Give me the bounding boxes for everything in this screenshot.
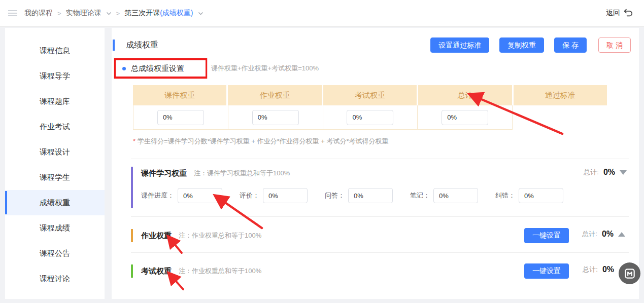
exam-weight-section: 考试权重 注：作业权重总和等于100% 一键设置 总计: 0%: [131, 258, 629, 284]
collapse-chevron-down-icon[interactable]: [620, 170, 627, 175]
session-name: 第三次开课: [124, 9, 160, 17]
sidebar-item-course-students[interactable]: 课程学生: [5, 165, 105, 190]
back-arrow-icon: [624, 9, 633, 18]
exam-quick-set-button[interactable]: 一键设置: [524, 263, 569, 279]
divider: [131, 252, 629, 253]
sidebar-item-label: 课程讨论: [40, 274, 70, 283]
sidebar-item-course-info[interactable]: 课程信息: [5, 38, 105, 63]
total-value: 0%: [603, 168, 615, 177]
field-label: 课件进度：: [141, 191, 174, 200]
total-value: 0%: [602, 230, 614, 239]
chevron-down-icon[interactable]: [106, 12, 112, 15]
courseware-fields: 课件进度： 评价： 问答： 笔记： 纠错：: [141, 188, 629, 203]
homework-weight-section: 作业权重 注：作业权重总和等于100% 一键设置 总计: 0%: [131, 223, 629, 248]
breadcrumb-separator: >: [116, 10, 120, 17]
courseware-section-header: 课件学习权重 注：课件学习权重总和等于100%: [141, 167, 629, 180]
exam-accent-bar: [131, 264, 133, 278]
homework-section-note: 注：作业权重总和等于100%: [179, 231, 261, 240]
back-button[interactable]: 返回: [606, 9, 633, 18]
overall-weight-note: 课件权重+作业权重+考试权重=100%: [211, 59, 319, 78]
total-label: 总计:: [584, 168, 599, 177]
homework-section-title: 作业权重: [141, 231, 172, 241]
rating-weight-input[interactable]: [263, 188, 308, 203]
header-exam-weight: 考试权重: [323, 85, 417, 105]
breadcrumb: 我的课程 > 实物理论课 > 第三次开课(成绩权重): [24, 9, 204, 18]
panel-header: 成绩权重 设置通过标准 复制权重 保 存 取 消: [112, 37, 631, 53]
help-book-icon[interactable]: [619, 262, 640, 284]
overall-weight-row: 总成绩权重设置 课件权重+作业权重+考试权重=100%: [112, 59, 639, 78]
weight-table-body: [133, 105, 607, 130]
breadcrumb-separator: >: [57, 10, 61, 17]
homework-accent-bar: [131, 229, 133, 242]
header-pass-standard: 通过标准: [514, 85, 607, 105]
cell-total: [418, 105, 513, 130]
sidebar-item-label: 作业考试: [40, 122, 70, 131]
sidebar-item-label: 课程信息: [40, 46, 70, 55]
weight-table-header: 课件权重 作业权重 考试权重 总计 通过标准: [133, 85, 607, 105]
courseware-total: 总计: 0%: [584, 168, 627, 177]
field-qa: 问答：: [325, 188, 393, 203]
save-button[interactable]: 保 存: [554, 37, 587, 53]
breadcrumb-course-name[interactable]: 实物理论课: [66, 9, 101, 18]
sidebar-item-label: 课程公告: [40, 249, 70, 257]
sidebar-item-label: 课程成绩: [40, 223, 70, 232]
cancel-button[interactable]: 取 消: [598, 37, 631, 53]
sidebar-item-course-design[interactable]: 课程设计: [5, 139, 105, 165]
field-label: 纠错：: [495, 191, 515, 200]
overall-weight-label: 总成绩权重设置: [131, 64, 184, 73]
field-label: 评价：: [240, 191, 259, 200]
required-asterisk: *: [133, 137, 135, 145]
breadcrumb-my-courses[interactable]: 我的课程: [24, 9, 53, 18]
total-value: 0%: [602, 265, 614, 274]
sidebar-item-course-discussion[interactable]: 课程讨论: [5, 266, 105, 291]
field-corrections: 纠错：: [495, 188, 563, 203]
qa-weight-input[interactable]: [348, 188, 393, 203]
formula-text: 学生得分=课件学习分数*课件学习权重 + 作业分*作业得分权重 + 考试分*考试…: [138, 137, 388, 145]
homework-weight-input[interactable]: [252, 110, 299, 125]
field-label: 问答：: [325, 191, 345, 200]
hamburger-menu-icon[interactable]: [8, 9, 17, 18]
collapse-chevron-up-icon[interactable]: [618, 232, 625, 237]
sidebar-item-label: 课程学生: [40, 173, 70, 181]
toolbar: 设置通过标准 复制权重 保 存 取 消: [430, 37, 631, 53]
sidebar-item-grade-weights[interactable]: 成绩权重: [5, 190, 105, 215]
courseware-weight-section: 课件学习权重 注：课件学习权重总和等于100% 课件进度： 评价： 问答： 笔记…: [131, 167, 629, 208]
score-formula-note: *学生得分=课件学习分数*课件学习权重 + 作业分*作业得分权重 + 考试分*考…: [133, 137, 388, 146]
title-accent-bar: [113, 40, 115, 51]
exam-weight-input[interactable]: [347, 110, 393, 125]
main-panel: 成绩权重 设置通过标准 复制权重 保 存 取 消 总成绩权重设置 课件权重+作业…: [112, 28, 639, 299]
total-weight-input[interactable]: [442, 110, 488, 125]
progress-weight-input[interactable]: [178, 188, 222, 203]
total-label: 总计:: [582, 230, 597, 239]
header-courseware-weight: 课件权重: [133, 85, 226, 105]
exam-total: 总计: 0%: [583, 265, 614, 274]
sidebar-item-course-guide[interactable]: 课程导学: [5, 63, 105, 89]
page-title: 成绩权重: [126, 40, 158, 51]
cell-pass-standard: [513, 105, 607, 130]
sidebar-item-question-bank[interactable]: 课程题库: [5, 89, 105, 114]
sidebar-item-course-grades[interactable]: 课程成绩: [5, 215, 105, 241]
notes-weight-input[interactable]: [433, 188, 478, 203]
sidebar-item-label: 成绩权重: [40, 198, 70, 207]
weight-table: 课件权重 作业权重 考试权重 总计 通过标准: [133, 85, 607, 130]
sidebar-item-homework-exam[interactable]: 作业考试: [5, 114, 105, 139]
chevron-down-icon[interactable]: [198, 12, 204, 15]
field-notes: 笔记：: [410, 188, 478, 203]
breadcrumb-session[interactable]: 第三次开课(成绩权重): [124, 9, 193, 18]
courseware-section-title: 课件学习权重: [141, 169, 187, 178]
homework-quick-set-button[interactable]: 一键设置: [524, 228, 569, 243]
corrections-weight-input[interactable]: [519, 188, 563, 203]
copy-weight-button[interactable]: 复制权重: [499, 37, 544, 53]
cell-courseware-weight: [133, 105, 228, 130]
field-rating: 评价：: [240, 188, 308, 203]
set-pass-standard-button[interactable]: 设置通过标准: [430, 37, 489, 53]
header-total: 总计: [418, 85, 512, 105]
homework-total: 总计: 0%: [582, 230, 625, 239]
sidebar-item-course-announcements[interactable]: 课程公告: [5, 241, 105, 266]
field-progress: 课件进度：: [141, 188, 222, 203]
sidebar: 课程信息 课程导学 课程题库 作业考试 课程设计 课程学生 成绩权重 课程成绩 …: [5, 28, 105, 299]
cell-exam-weight: [323, 105, 418, 130]
total-label: 总计:: [583, 265, 598, 274]
courseware-weight-input[interactable]: [157, 110, 204, 125]
divider: [131, 159, 629, 159]
